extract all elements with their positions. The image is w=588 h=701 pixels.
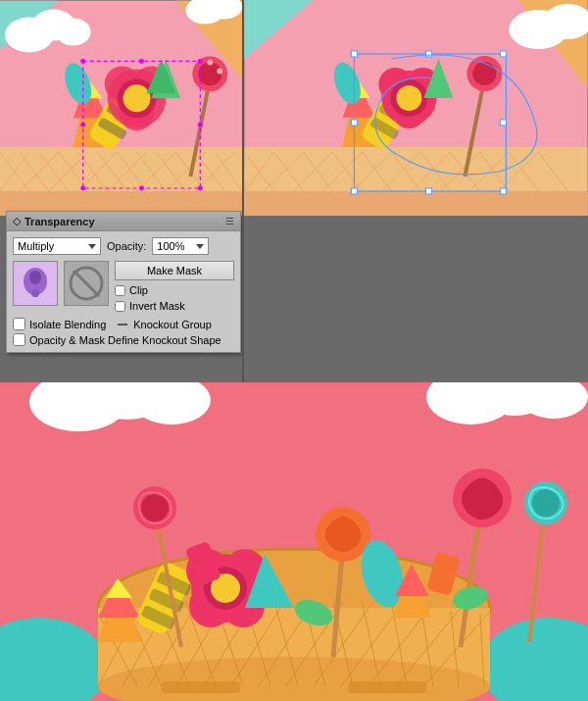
knockout-group-label: Knockout Group (133, 319, 212, 330)
svg-rect-119 (501, 120, 507, 125)
layer-thumbnail[interactable] (13, 261, 58, 306)
mask-buttons-area: Make Mask Clip Invert Mask (115, 261, 234, 312)
svg-point-54 (198, 186, 203, 191)
isolate-blending-checkbox[interactable] (13, 318, 25, 330)
opacity-value: 100% (157, 240, 184, 252)
transparency-panel: ◇ Transparency ☰ Multiply Opacity: 100% (6, 211, 241, 353)
svg-point-49 (217, 68, 222, 74)
opacity-dropdown-arrow (196, 244, 204, 249)
canvas-left: ◇ Transparency ☰ Multiply Opacity: 100% (0, 0, 242, 382)
opacity-field[interactable]: 100% (152, 237, 209, 255)
panel-header[interactable]: ◇ Transparency ☰ (7, 212, 240, 231)
thumbnail-row: Make Mask Clip Invert Mask (13, 261, 234, 312)
panel-header-left: ◇ Transparency (13, 215, 95, 227)
svg-point-53 (80, 186, 85, 191)
svg-rect-117 (426, 188, 432, 194)
knockout-group-item: Knockout Group (118, 318, 212, 330)
panel-menu-icon[interactable]: ☰ (225, 216, 234, 226)
invert-mask-checkbox[interactable] (115, 301, 125, 312)
blend-mode-dropdown[interactable]: Multiply (13, 237, 101, 255)
svg-point-52 (198, 59, 203, 64)
opacity-mask-label: Opacity & Mask Define Knockout Shape (29, 334, 221, 346)
make-mask-button[interactable]: Make Mask (115, 261, 234, 280)
bottom-canvas (0, 382, 588, 701)
opacity-label: Opacity: (107, 240, 146, 252)
svg-point-110 (473, 62, 497, 85)
panel-title: Transparency (24, 216, 95, 227)
svg-point-57 (80, 123, 85, 127)
opacity-mask-row: Opacity & Mask Define Knockout Shape (13, 333, 234, 346)
svg-point-5 (56, 19, 91, 46)
opacity-mask-checkbox[interactable] (13, 333, 25, 346)
svg-point-56 (139, 186, 144, 191)
svg-point-55 (139, 59, 144, 64)
invert-mask-label: Invert Mask (129, 300, 185, 312)
clip-checkbox[interactable] (115, 285, 125, 296)
svg-point-58 (198, 123, 203, 127)
svg-point-47 (198, 62, 221, 85)
svg-point-105 (397, 85, 422, 111)
panel-collapse-icon[interactable]: ◇ (13, 215, 21, 227)
invert-mask-row: Invert Mask (115, 300, 234, 312)
svg-point-195 (532, 489, 560, 517)
clip-label: Clip (129, 284, 148, 296)
blend-dropdown-arrow (88, 244, 96, 249)
svg-rect-72 (245, 191, 588, 216)
isolate-knockout-row: Isolate Blending Knockout Group (13, 318, 234, 330)
svg-rect-135 (162, 681, 240, 693)
svg-rect-118 (352, 120, 358, 125)
svg-point-51 (80, 59, 85, 64)
svg-rect-136 (348, 681, 426, 693)
svg-rect-113 (501, 51, 507, 57)
svg-rect-114 (352, 188, 358, 194)
mask-thumbnail[interactable] (64, 261, 109, 306)
knockout-minus-icon (118, 324, 127, 325)
svg-rect-112 (352, 51, 358, 57)
panel-body: Multiply Opacity: 100% (7, 231, 240, 352)
canvas-right (244, 0, 588, 382)
svg-point-192 (141, 494, 169, 522)
svg-point-48 (207, 59, 213, 65)
isolate-blending-label: Isolate Blending (29, 319, 106, 330)
isolate-blending-item: Isolate Blending (13, 318, 106, 330)
blend-opacity-row: Multiply Opacity: 100% (13, 237, 234, 255)
blend-mode-value: Multiply (18, 240, 54, 252)
svg-point-41 (123, 84, 151, 112)
svg-rect-116 (426, 51, 432, 57)
svg-point-62 (31, 289, 39, 297)
svg-point-61 (29, 271, 41, 284)
top-row: ◇ Transparency ☰ Multiply Opacity: 100% (0, 0, 588, 382)
svg-rect-115 (501, 188, 507, 194)
clip-row: Clip (115, 284, 234, 296)
